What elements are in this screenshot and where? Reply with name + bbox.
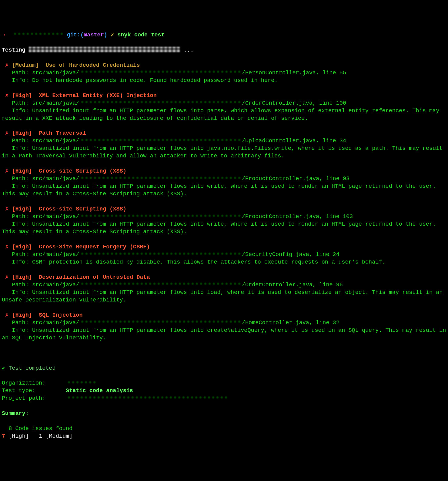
git-close: ) [104,32,107,38]
testtype-label: Test type: [2,388,66,394]
issue-path-prefix: Path: src/main/java/ [12,176,79,182]
issue-info: Info: Unsanitized input from an HTTP par… [2,108,443,122]
org-label: Organization: [2,380,66,386]
issue-info: Info: Unsanitized input from an HTTP par… [2,289,446,303]
issue-info: Info: Do not hardcode passwords in code.… [12,77,278,84]
issue-info: Info: Unsanitized input from an HTTP par… [2,221,439,235]
summary-med-label: [Medium] [45,433,72,439]
issue-severity: [High] [12,312,32,318]
issue-title: Use of Hardcoded Credentials [45,62,140,69]
issue-path-prefix: Path: src/main/java/ [12,100,79,106]
testtype-value: Static code analysis [66,388,133,394]
summary-issues-line: 8 Code issues found [2,426,72,432]
issues-list: ✗ [Medium] Use of Hardcoded Credentials … [2,62,448,341]
issue-path-suffix: /OrderController.java, line 100 [242,100,346,106]
issue-cross-icon: ✗ [5,130,8,136]
dirty-icon: ✗ [111,32,114,38]
terminal-output: → git:(master) ✗ snyk code test Testing … [2,32,448,439]
command-text: snyk code test [117,32,164,38]
redacted-dirname [12,32,63,37]
issue-path-suffix: /ProductController.java, line 93 [242,176,349,182]
completed-text: Test completed [5,365,56,372]
git-label: git:( [67,32,84,38]
redacted-path [79,100,242,106]
issue-info: Info: Unsanitized input from an HTTP par… [2,327,448,341]
redacted-path [79,281,242,287]
issue-severity: [High] [12,206,32,212]
issue-severity: [High] [12,92,32,99]
issue-path-prefix: Path: src/main/java/ [12,138,79,144]
issue-cross-icon: ✗ [5,92,8,99]
issue-path-prefix: Path: src/main/java/ [12,282,79,288]
issue-title: Cross-Site Request Forgery (CSRF) [39,244,150,250]
issue-path-suffix: /HomeController.java, line 32 [242,320,339,326]
issue-cross-icon: ✗ [5,244,8,250]
issue-severity: [High] [12,244,32,250]
issue-path-prefix: Path: src/main/java/ [12,214,79,220]
summary-sep [29,433,39,439]
issue-cross-icon: ✗ [5,62,8,69]
redacted-path [79,213,242,219]
prompt-arrow: → [2,32,5,38]
redacted-path [79,138,242,143]
summary-heading: Summary: [2,410,29,417]
check-icon: ✔ [2,365,5,372]
redacted-path [79,319,242,325]
issue-path-suffix: /OrderController.java, line 96 [242,282,343,288]
projectpath-label: Project path: [2,395,66,402]
issue-title: Cross-site Scripting (XSS) [39,206,126,212]
issue-info: Info: Unsanitized input from an HTTP par… [2,183,439,197]
issue-cross-icon: ✗ [5,312,8,318]
issue-title: SQL Injection [39,312,82,318]
issue-severity: [High] [12,130,32,136]
redacted-path [79,175,242,181]
issue-cross-icon: ✗ [5,206,8,212]
issue-info: Info: Unsanitized input from an HTTP par… [2,145,446,159]
redacted-org [66,380,96,386]
issue-cross-icon: ✗ [5,274,8,281]
issue-severity: [High] [12,274,32,281]
issue-cross-icon: ✗ [5,168,8,174]
redacted-project-name [29,47,180,52]
issue-path-prefix: Path: src/main/java/ [12,251,79,258]
issue-path-suffix: /ProductController.java, line 103 [242,214,353,220]
issue-info: Info: CSRF protection is disabled by dis… [12,259,385,265]
git-branch: master [84,32,104,38]
summary-med-count: 1 [39,433,45,439]
issue-title: Path Traversal [39,130,86,136]
issue-path-prefix: Path: src/main/java/ [12,70,79,76]
issue-path-prefix: Path: src/main/java/ [12,320,79,326]
issue-title: Cross-site Scripting (XSS) [39,168,126,174]
issue-severity: [High] [12,168,32,174]
redacted-path [79,69,242,75]
testing-label: Testing [2,47,29,53]
redacted-projectpath [66,395,229,401]
issue-severity: [Medium] [12,62,39,69]
issue-path-suffix: /PersonController.java, line 55 [242,70,346,76]
issue-title: XML External Entity (XXE) Injection [39,92,157,99]
issue-path-suffix: /UploadController.java, line 34 [242,138,346,144]
issue-path-suffix: /SecurityConfig.java, line 24 [242,251,339,258]
testing-dots: ... [180,47,193,53]
issue-title: Deserialization of Untrusted Data [39,274,150,281]
summary-high-count: 7 [2,433,8,439]
redacted-path [79,251,242,257]
summary-high-label: [High] [8,433,29,439]
